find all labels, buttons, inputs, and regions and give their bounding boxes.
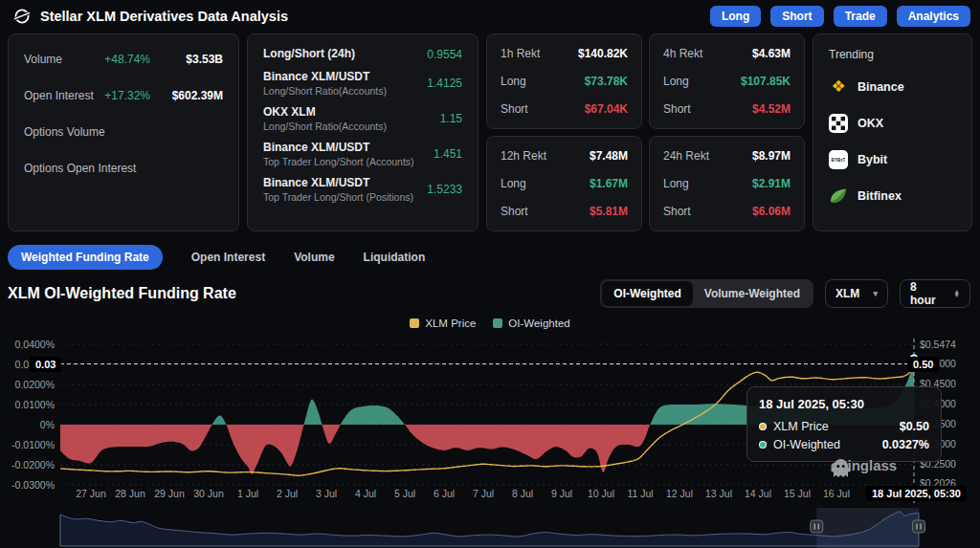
navigator-plot[interactable] bbox=[0, 508, 980, 548]
svg-text:7 Jul: 7 Jul bbox=[473, 488, 494, 499]
price-dot-icon bbox=[759, 423, 767, 430]
weighting-toggle: OI-Weighted Volume-Weighted bbox=[600, 279, 813, 308]
ratio-value: 1.4125 bbox=[427, 77, 462, 90]
rekt-card-12h: 12h Rekt$7.48M Long$1.67M Short$5.81M bbox=[486, 136, 642, 231]
volume-change: +48.74% bbox=[104, 53, 150, 66]
ratio-row: Long/Short (24h) 0.9554 bbox=[263, 47, 462, 61]
stellar-logo-icon bbox=[13, 8, 31, 25]
ghost-icon bbox=[831, 457, 851, 478]
chart-tooltip: 18 Jul 2025, 05:30 XLM Price $0.50 OI-We… bbox=[746, 386, 942, 462]
market-stats-card: Volume +48.74% $3.53B Open Interest +17.… bbox=[8, 33, 239, 231]
svg-text:-0.0100%: -0.0100% bbox=[11, 439, 55, 450]
rekt-long-value: $107.85K bbox=[741, 75, 791, 88]
oi-weighted-toggle[interactable]: OI-Weighted bbox=[602, 281, 692, 306]
svg-text:12 Jul: 12 Jul bbox=[666, 488, 693, 499]
svg-text:6 Jul: 6 Jul bbox=[434, 488, 455, 499]
options-volume-row: Options Volume bbox=[24, 124, 223, 139]
svg-text:8 Jul: 8 Jul bbox=[512, 488, 533, 499]
updown-caret-icon: ▲▼ bbox=[954, 290, 960, 298]
svg-text:14 Jul: 14 Jul bbox=[745, 488, 771, 499]
rekt-card-1h: 1h Rekt$140.82K Long$73.78K Short$67.04K bbox=[486, 33, 642, 129]
svg-text:-0.0300%: -0.0300% bbox=[11, 479, 55, 491]
rekt-long-label: Long bbox=[663, 75, 689, 88]
rekt-long-value: $1.67M bbox=[590, 177, 628, 190]
tab-open-interest[interactable]: Open Interest bbox=[191, 251, 265, 264]
funding-rate-chart: 0.0400%0.0300%0.0200%0.0100%0%-0.0100%-0… bbox=[0, 333, 980, 507]
pair-select[interactable]: XLM ▾ bbox=[825, 279, 888, 308]
trending-card: Trending ❖ Binance OKX BYBɪT Bybit bbox=[813, 33, 972, 231]
svg-text:1 Jul: 1 Jul bbox=[237, 488, 258, 499]
ratio-row: Binance XLM/USDT Top Trader Long/Short (… bbox=[263, 176, 462, 203]
tab-weighted-funding-rate[interactable]: Weighted Funding Rate bbox=[8, 245, 163, 270]
navigator-selection[interactable] bbox=[816, 508, 919, 548]
options-volume-label: Options Volume bbox=[24, 125, 105, 139]
rekt-short-value: $67.04K bbox=[585, 102, 628, 116]
rekt-card-4h: 4h Rekt$4.63M Long$107.85K Short$4.52M bbox=[649, 33, 805, 129]
trending-title: Trending bbox=[829, 48, 956, 61]
trending-item-bitfinex[interactable]: Bitfinex bbox=[829, 186, 956, 207]
analytics-button[interactable]: Analytics bbox=[897, 6, 970, 27]
chart-tabs: Weighted Funding Rate Open Interest Volu… bbox=[0, 231, 980, 270]
navigator-handle-left[interactable] bbox=[811, 520, 823, 533]
svg-text:0.0400%: 0.0400% bbox=[15, 339, 55, 350]
svg-text:29 Jun: 29 Jun bbox=[154, 488, 185, 499]
rekt-long-value: $73.78K bbox=[585, 75, 628, 88]
open-interest-value: $602.39M bbox=[164, 89, 223, 102]
ratio-row: Binance XLM/USDT Top Trader Long/Short (… bbox=[263, 141, 462, 167]
tab-liquidation[interactable]: Liquidation bbox=[364, 251, 426, 264]
legend-oi-weighted[interactable]: OI-Weighted bbox=[493, 318, 569, 329]
rekt-short-label: Short bbox=[663, 102, 691, 116]
svg-text:0%: 0% bbox=[40, 419, 55, 430]
crosshair-left-badge: 0.03 bbox=[30, 357, 61, 372]
ratio-name: Binance XLM/USDT bbox=[263, 141, 414, 155]
svg-text:4 Jul: 4 Jul bbox=[355, 488, 376, 499]
navigator-handle-right[interactable] bbox=[913, 520, 925, 533]
svg-text:9 Jul: 9 Jul bbox=[551, 488, 572, 499]
interval-select[interactable]: 8 hour ▲▼ bbox=[900, 279, 970, 308]
ratio-name: Long/Short (24h) bbox=[263, 47, 355, 61]
long-short-ratios-card: Long/Short (24h) 0.9554 Binance XLM/USDT… bbox=[247, 33, 479, 231]
svg-text:3 Jul: 3 Jul bbox=[316, 488, 337, 499]
funding-dot-icon bbox=[759, 441, 767, 449]
trade-button[interactable]: Trade bbox=[834, 6, 887, 27]
volume-weighted-toggle[interactable]: Volume-Weighted bbox=[693, 281, 812, 306]
top-bar: Stellar XLM Derivatives Data Analysis Lo… bbox=[0, 0, 980, 31]
ratio-subtitle: Long/Short Ratio(Accounts) bbox=[263, 85, 387, 97]
ratio-name: Binance XLM/USDT bbox=[263, 70, 387, 84]
trending-item-okx[interactable]: OKX bbox=[829, 113, 956, 134]
svg-text:5 Jul: 5 Jul bbox=[394, 488, 415, 499]
ratio-value: 1.15 bbox=[440, 112, 462, 125]
rekt-total: $8.97M bbox=[752, 149, 791, 163]
ratio-row: Binance XLM/USDT Long/Short Ratio(Accoun… bbox=[263, 70, 462, 97]
rekt-title: 1h Rekt bbox=[501, 47, 540, 60]
legend-xlm-price[interactable]: XLM Price bbox=[410, 318, 476, 329]
binance-icon: ❖ bbox=[829, 77, 848, 97]
crosshair-x-badge: 18 Jul 2025, 05:30 bbox=[866, 486, 967, 501]
coinglass-watermark: coinglass bbox=[831, 457, 897, 473]
oi-weighted-swatch bbox=[493, 318, 502, 328]
top-actions: Long Short Trade Analytics bbox=[710, 6, 970, 27]
rekt-short-value: $5.81M bbox=[590, 205, 628, 218]
rekt-short-value: $6.06M bbox=[752, 205, 791, 218]
svg-text:11 Jul: 11 Jul bbox=[627, 488, 653, 499]
ratio-subtitle: Top Trader Long/Short (Accounts) bbox=[263, 156, 414, 167]
navigator-area bbox=[60, 512, 919, 546]
trending-item-binance[interactable]: ❖ Binance bbox=[829, 77, 956, 98]
ratio-subtitle: Top Trader Long/Short (Positions) bbox=[263, 191, 413, 203]
open-interest-row: Open Interest +17.32% $602.39M bbox=[24, 88, 223, 102]
bybit-icon: BYBɪT bbox=[829, 150, 848, 169]
rekt-short-label: Short bbox=[501, 205, 528, 218]
svg-text:28 Jun: 28 Jun bbox=[115, 488, 145, 499]
svg-text:0.0200%: 0.0200% bbox=[15, 379, 55, 390]
chart-legend: XLM Price OI-Weighted bbox=[0, 309, 980, 332]
trending-item-bybit[interactable]: BYBɪT Bybit bbox=[829, 149, 956, 170]
short-button[interactable]: Short bbox=[770, 6, 823, 27]
chart-controls: OI-Weighted Volume-Weighted XLM ▾ 8 hour… bbox=[600, 279, 970, 308]
rekt-title: 24h Rekt bbox=[663, 149, 709, 163]
ratio-value: 1.5233 bbox=[427, 183, 462, 196]
tab-volume[interactable]: Volume bbox=[294, 251, 334, 264]
chart-title: XLM OI-Weighted Funding Rate bbox=[8, 285, 236, 302]
long-button[interactable]: Long bbox=[710, 6, 761, 27]
svg-text:2 Jul: 2 Jul bbox=[277, 488, 298, 499]
tooltip-row-price: XLM Price $0.50 bbox=[759, 420, 929, 433]
